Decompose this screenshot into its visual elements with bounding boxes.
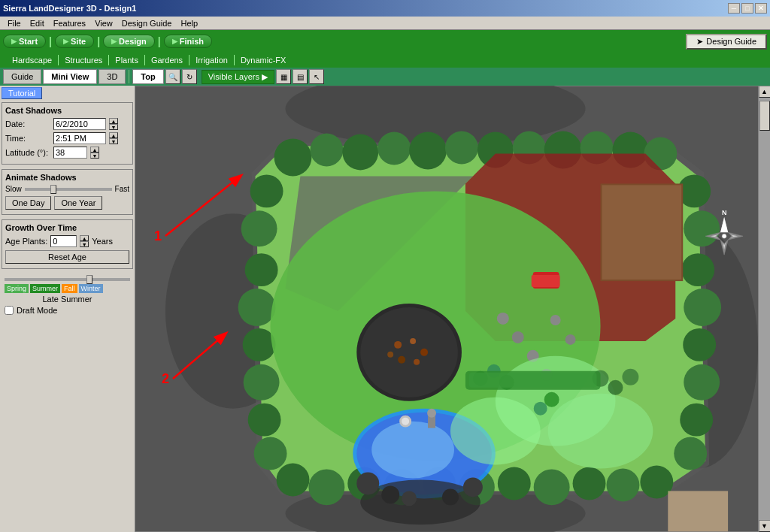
svg-point-13 xyxy=(445,131,478,165)
animate-shadows-title: Animate Shadows xyxy=(5,173,129,182)
left-panel: Tutorial Cast Shadows Date: ▲ ▼ Time: ▲ … xyxy=(0,86,135,532)
spring-tag: Spring xyxy=(5,284,29,293)
menu-view[interactable]: View xyxy=(90,18,117,29)
time-spinner[interactable]: ▲ ▼ xyxy=(109,132,118,144)
svg-point-45 xyxy=(606,468,639,501)
age-input[interactable] xyxy=(50,235,77,247)
zoom-icon[interactable]: 🔍 xyxy=(165,69,180,84)
speed-track xyxy=(25,188,112,191)
time-input[interactable] xyxy=(53,132,106,144)
speed-thumb[interactable] xyxy=(50,185,56,194)
svg-point-20 xyxy=(250,174,283,207)
svg-point-30 xyxy=(681,253,714,286)
menu-edit[interactable]: Edit xyxy=(26,18,49,29)
draft-mode-label: Draft Mode xyxy=(17,306,57,315)
age-spinner[interactable]: ▲ ▼ xyxy=(80,235,89,247)
dynamic-fx-item[interactable]: Dynamic-FX xyxy=(235,55,293,65)
layers-icon1[interactable]: ▦ xyxy=(276,69,291,84)
cast-shadows-group: Cast Shadows Date: ▲ ▼ Time: ▲ ▼ Latitud… xyxy=(2,102,133,165)
close-button[interactable]: ✕ xyxy=(755,3,767,14)
structures-item[interactable]: Structures xyxy=(59,55,109,65)
svg-point-59 xyxy=(387,352,393,358)
top-tab[interactable]: Top xyxy=(132,69,163,84)
svg-point-74 xyxy=(402,491,417,506)
svg-rect-50 xyxy=(602,185,682,280)
design-guide-button[interactable]: ➤ Design Guide xyxy=(686,34,767,50)
latitude-spinner[interactable]: ▲ ▼ xyxy=(90,147,99,159)
hardscape-item[interactable]: Hardscape xyxy=(6,55,59,65)
growth-group: Growth Over Time Age Plants: ▲ ▼ Years R… xyxy=(2,219,133,269)
visible-layers-button[interactable]: Visible Layers ▶ xyxy=(202,70,274,84)
latitude-row: Latitude (°): ▲ ▼ xyxy=(5,147,129,159)
separator3: | xyxy=(158,35,161,47)
lat-up[interactable]: ▲ xyxy=(90,147,99,153)
plants-item[interactable]: Plants xyxy=(109,55,145,65)
guide-tab[interactable]: Guide xyxy=(3,69,41,84)
main-toolbar: ▶ Start | ▶ Site | ▶ Design | ▶ Finish ➤… xyxy=(0,30,770,53)
winter-tag: Winter xyxy=(79,284,103,293)
minimize-button[interactable]: ─ xyxy=(728,3,740,14)
start-label: Start xyxy=(19,37,38,46)
site-label: Site xyxy=(71,37,86,46)
finish-label: Finish xyxy=(180,37,204,46)
start-button[interactable]: ▶ Start xyxy=(3,35,46,48)
season-track xyxy=(5,278,130,281)
cursor-icon[interactable]: ↖ xyxy=(309,69,324,84)
scroll-down-button[interactable]: ▼ xyxy=(759,520,771,532)
season-slider-thumb[interactable] xyxy=(86,275,92,284)
time-up[interactable]: ▲ xyxy=(109,132,118,138)
maximize-button[interactable]: □ xyxy=(741,3,753,14)
main-area: Tutorial Cast Shadows Date: ▲ ▼ Time: ▲ … xyxy=(0,86,770,532)
age-down[interactable]: ▼ xyxy=(80,241,89,247)
finish-button[interactable]: ▶ Finish xyxy=(164,35,212,48)
svg-point-62 xyxy=(497,313,509,325)
3d-tab[interactable]: 3D xyxy=(99,69,126,84)
latitude-input[interactable] xyxy=(53,147,87,159)
draft-mode-checkbox[interactable] xyxy=(5,306,14,315)
svg-rect-89 xyxy=(469,373,597,388)
svg-point-86 xyxy=(608,380,623,395)
date-up[interactable]: ▲ xyxy=(109,118,118,124)
date-label: Date: xyxy=(5,119,50,128)
age-row: Age Plants: ▲ ▼ Years xyxy=(5,235,129,247)
svg-point-25 xyxy=(244,364,280,401)
svg-point-35 xyxy=(674,437,707,470)
date-input[interactable] xyxy=(53,118,106,130)
lat-down[interactable]: ▼ xyxy=(90,153,99,159)
gardens-item[interactable]: Gardens xyxy=(145,55,189,65)
svg-point-29 xyxy=(684,210,720,246)
scroll-up-button[interactable]: ▲ xyxy=(759,86,771,98)
scroll-thumb[interactable] xyxy=(759,101,770,131)
miniview-tab[interactable]: Mini View xyxy=(43,69,97,84)
svg-point-66 xyxy=(550,315,561,325)
separator2: | xyxy=(97,35,100,47)
layers-icon2[interactable]: ▤ xyxy=(293,69,308,84)
time-label: Time: xyxy=(5,134,50,143)
reset-age-button[interactable]: Reset Age xyxy=(5,250,129,264)
svg-point-67 xyxy=(565,334,576,345)
one-year-button[interactable]: One Year xyxy=(54,196,102,210)
menu-features[interactable]: Features xyxy=(49,18,90,29)
svg-point-70 xyxy=(371,422,454,479)
svg-point-53 xyxy=(360,307,458,397)
rotate-icon[interactable]: ↻ xyxy=(182,69,197,84)
svg-text:N: N xyxy=(722,209,726,216)
design-button[interactable]: ▶ Design xyxy=(103,35,155,48)
age-up[interactable]: ▲ xyxy=(80,235,89,241)
svg-point-54 xyxy=(394,341,402,349)
speed-slider-row: Slow Fast xyxy=(5,185,129,193)
date-down[interactable]: ▼ xyxy=(109,124,118,130)
date-spinner[interactable]: ▲ ▼ xyxy=(109,118,118,130)
site-button[interactable]: ▶ Site xyxy=(55,35,94,48)
svg-rect-61 xyxy=(532,275,560,287)
svg-point-23 xyxy=(238,289,276,326)
one-day-button[interactable]: One Day xyxy=(5,196,51,210)
menu-help[interactable]: Help xyxy=(176,18,202,29)
menu-file[interactable]: File xyxy=(3,18,26,29)
svg-point-79 xyxy=(548,394,653,469)
tutorial-button[interactable]: Tutorial xyxy=(2,87,42,99)
menu-design-guide[interactable]: Design Guide xyxy=(117,18,177,29)
svg-rect-105 xyxy=(668,491,728,531)
irrigation-item[interactable]: Irrigation xyxy=(189,55,235,65)
time-down[interactable]: ▼ xyxy=(109,138,118,144)
